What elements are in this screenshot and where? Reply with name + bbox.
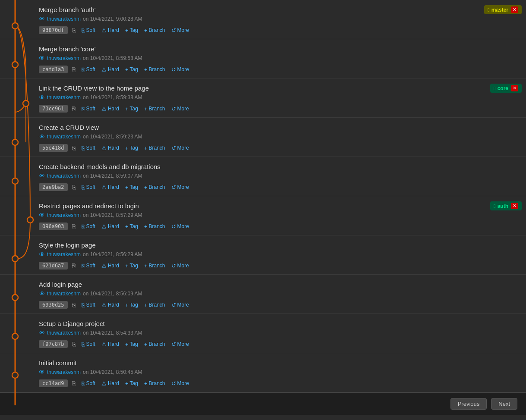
branch-label: core	[498, 85, 508, 91]
more-button[interactable]: ↺ More	[170, 223, 191, 231]
hard-label: Hard	[108, 223, 119, 229]
hard-reset-button[interactable]: ⚠ Hard	[100, 66, 121, 74]
branch-action-label: Branch	[149, 302, 165, 308]
soft-label: Soft	[86, 223, 95, 229]
commit-title: Restrict pages and redirect to login	[39, 201, 522, 210]
branch-close-button[interactable]: ✕	[511, 203, 518, 209]
soft-reset-button[interactable]: ⎘ Soft	[80, 183, 97, 191]
pagination-footer: Previous Next	[0, 392, 526, 415]
more-button[interactable]: ↺ More	[170, 183, 191, 191]
copy-hash-button[interactable]: ⎘	[70, 301, 77, 309]
hard-reset-button[interactable]: ⚠ Hard	[100, 340, 121, 348]
more-button[interactable]: ↺ More	[170, 262, 191, 270]
copy-hash-button[interactable]: ⎘	[70, 26, 77, 34]
more-label: More	[177, 380, 189, 386]
tag-button[interactable]: + Tag	[123, 144, 140, 152]
branch-button[interactable]: + Branch	[142, 105, 167, 113]
branch-button[interactable]: + Branch	[142, 379, 167, 388]
more-label: More	[177, 341, 189, 347]
branch-plus-icon: +	[144, 145, 148, 151]
more-button[interactable]: ↺ More	[170, 105, 191, 113]
copy-hash-button[interactable]: ⎘	[70, 222, 77, 231]
commit-title: Create a CRUD view	[39, 122, 522, 131]
more-button[interactable]: ↺ More	[170, 301, 191, 309]
commit-item: Merge branch 'core' 👁 thuwarakeshm on 10…	[0, 39, 526, 78]
soft-reset-button[interactable]: ⎘ Soft	[80, 26, 97, 34]
soft-reset-button[interactable]: ⎘ Soft	[80, 144, 97, 152]
copy-hash-button[interactable]: ⎘	[70, 65, 77, 74]
plus-icon: +	[125, 263, 129, 269]
hard-reset-button[interactable]: ⚠ Hard	[100, 26, 121, 34]
soft-reset-button[interactable]: ⎘ Soft	[80, 301, 97, 309]
soft-reset-button[interactable]: ⎘ Soft	[80, 223, 97, 231]
branch-plus-icon: +	[144, 66, 148, 73]
branch-close-button[interactable]: ✕	[511, 6, 518, 13]
copy-hash-button[interactable]: ⎘	[70, 104, 77, 113]
branch-button[interactable]: + Branch	[142, 183, 167, 191]
hard-reset-button[interactable]: ⚠ Hard	[100, 379, 121, 388]
eye-icon: 👁	[39, 172, 45, 179]
hard-reset-button[interactable]: ⚠ Hard	[100, 144, 121, 152]
branch-button[interactable]: + Branch	[142, 26, 167, 34]
branch-close-button[interactable]: ✕	[511, 85, 518, 91]
commit-item: Create backend models and db migrations …	[0, 157, 526, 196]
tag-button[interactable]: + Tag	[123, 262, 140, 270]
commit-title: Initial commit	[39, 357, 522, 367]
more-button[interactable]: ↺ More	[170, 379, 191, 388]
tag-button[interactable]: + Tag	[123, 223, 140, 231]
tag-button[interactable]: + Tag	[123, 301, 140, 309]
branch-tag:  master ✕	[484, 5, 522, 14]
branch-plus-icon: +	[144, 302, 148, 308]
soft-icon: ⎘	[82, 263, 85, 269]
hard-reset-button[interactable]: ⚠ Hard	[100, 105, 121, 113]
branch-button[interactable]: + Branch	[142, 340, 167, 348]
commit-actions: 55e418d ⎘ ⎘ Soft ⚠ Hard + Tag + Branch ↺…	[39, 144, 522, 152]
tag-button[interactable]: + Tag	[123, 66, 140, 74]
branch-button[interactable]: + Branch	[142, 223, 167, 231]
tag-button[interactable]: + Tag	[123, 183, 140, 191]
more-button[interactable]: ↺ More	[170, 340, 191, 348]
copy-hash-button[interactable]: ⎘	[70, 379, 77, 388]
more-button[interactable]: ↺ More	[170, 26, 191, 34]
hard-reset-button[interactable]: ⚠ Hard	[100, 262, 121, 270]
branch-plus-icon: +	[144, 184, 148, 191]
tag-button[interactable]: + Tag	[123, 105, 140, 113]
copy-hash-button[interactable]: ⎘	[70, 340, 77, 348]
soft-reset-button[interactable]: ⎘ Soft	[80, 66, 97, 74]
hard-reset-button[interactable]: ⚠ Hard	[100, 183, 121, 191]
more-button[interactable]: ↺ More	[170, 144, 191, 152]
soft-reset-button[interactable]: ⎘ Soft	[80, 105, 97, 113]
hard-reset-button[interactable]: ⚠ Hard	[100, 301, 121, 309]
branch-button[interactable]: + Branch	[142, 144, 167, 152]
previous-button[interactable]: Previous	[450, 398, 487, 410]
tag-button[interactable]: + Tag	[123, 340, 140, 348]
soft-reset-button[interactable]: ⎘ Soft	[80, 379, 97, 388]
tag-button[interactable]: + Tag	[123, 26, 140, 34]
copy-hash-button[interactable]: ⎘	[70, 261, 77, 270]
soft-label: Soft	[86, 145, 95, 151]
soft-reset-button[interactable]: ⎘ Soft	[80, 262, 97, 270]
commit-date: on 10/4/2021, 8:50:45 AM	[83, 369, 142, 375]
soft-icon: ⎘	[82, 106, 85, 112]
commit-meta: 👁 thuwarakeshm on 10/4/2021, 8:50:45 AM	[39, 369, 522, 376]
eye-icon: 👁	[39, 329, 45, 336]
commit-item: Setup a Django project 👁 thuwarakeshm on…	[0, 314, 526, 353]
more-button[interactable]: ↺ More	[170, 66, 191, 74]
branch-button[interactable]: + Branch	[142, 66, 167, 74]
branch-button[interactable]: + Branch	[142, 262, 167, 270]
soft-icon: ⎘	[82, 27, 85, 34]
next-button[interactable]: Next	[491, 398, 517, 410]
hard-reset-button[interactable]: ⚠ Hard	[100, 223, 121, 231]
more-label: More	[177, 27, 189, 33]
soft-reset-button[interactable]: ⎘ Soft	[80, 340, 97, 348]
more-label: More	[177, 106, 189, 112]
copy-hash-button[interactable]: ⎘	[70, 183, 77, 191]
copy-hash-button[interactable]: ⎘	[70, 144, 77, 152]
hard-label: Hard	[108, 341, 119, 347]
commit-title: Setup a Django project	[39, 318, 522, 327]
branch-button[interactable]: + Branch	[142, 301, 167, 309]
more-icon: ↺	[171, 223, 176, 230]
commit-author: thuwarakeshm	[47, 251, 81, 257]
tag-button[interactable]: + Tag	[123, 379, 140, 388]
commit-hash: 6930d25	[39, 301, 68, 309]
